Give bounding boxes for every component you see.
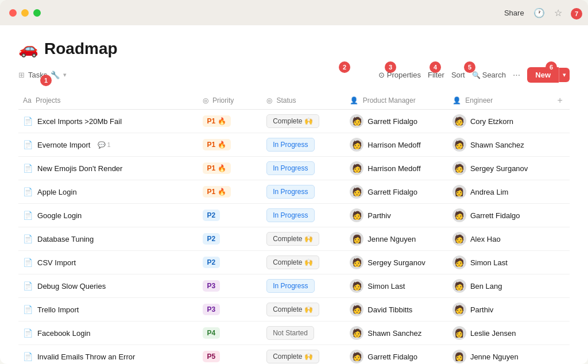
engineer-name: Simon Last <box>470 258 508 267</box>
table-container: Aa Projects ◎ Priority ◎ Status 👤 Produc… <box>18 92 570 364</box>
titlebar: Share 🕐 ☆ ··· <box>0 0 588 25</box>
col-header-add[interactable]: + <box>550 92 570 110</box>
cell-engineer: 🧑 Simon Last <box>448 251 551 274</box>
table-row[interactable]: 📄 Invalid Emails Throw an Error P5 Compl… <box>18 345 570 365</box>
cell-engineer: 👩 Andrea Lim <box>448 180 551 204</box>
cell-add <box>550 298 570 322</box>
chevron-down-icon[interactable]: ▾ <box>63 71 67 79</box>
status-badge: Complete 🙌 <box>266 255 319 269</box>
doc-icon: 📄 <box>23 187 33 196</box>
sort-button[interactable]: Sort <box>451 71 465 79</box>
table-row[interactable]: 📄 Google Login P2 In Progress 🧑 Parthiv … <box>18 204 570 227</box>
cell-engineer: 🧑 Shawn Sanchez <box>448 133 551 157</box>
cell-engineer: 🧑 Parthiv <box>448 298 551 322</box>
table-row[interactable]: 📄 CSV Import P2 Complete 🙌 🧑 Sergey Surg… <box>18 251 570 274</box>
history-icon[interactable]: 🕐 <box>533 7 545 18</box>
pm-name: Jenne Nguyen <box>368 235 416 243</box>
share-button[interactable]: Share <box>504 9 524 17</box>
table-row[interactable]: 📄 Excel Imports >20Mb Fail P1 🔥 Complete… <box>18 110 570 133</box>
page-title: 🚗 Roadmap <box>18 39 118 58</box>
cell-add <box>550 133 570 157</box>
table-row[interactable]: 📄 Debug Slow Queries P3 In Progress 🧑 Si… <box>18 274 570 298</box>
minimize-button[interactable] <box>21 9 29 17</box>
cell-status: Not Started <box>262 322 345 345</box>
engineer-name: Parthiv <box>470 305 493 314</box>
col-pm-icon: 👤 <box>350 96 358 104</box>
cell-project: 📄 New Emojis Don't Render <box>18 157 198 180</box>
properties-button[interactable]: ⊙ Properties <box>378 71 421 79</box>
avatar: 🧑 <box>350 208 363 222</box>
cell-add <box>550 180 570 204</box>
engineer-name: Leslie Jensen <box>470 329 516 338</box>
cell-status: Complete 🙌 <box>262 298 345 322</box>
doc-icon: 📄 <box>23 281 33 291</box>
cell-priority: P1 🔥 <box>198 157 262 180</box>
maximize-button[interactable] <box>33 9 41 17</box>
cell-project: 📄 Invalid Emails Throw an Error <box>18 345 198 365</box>
priority-badge: P2 <box>203 210 220 221</box>
cell-status: Complete 🙌 <box>262 251 345 274</box>
doc-icon: 📄 <box>23 140 33 149</box>
priority-badge: P1 🔥 <box>203 115 231 127</box>
pm-name: Shawn Sanchez <box>368 329 421 338</box>
avatar: 🧑 <box>452 232 466 246</box>
engineer-name: Andrea Lim <box>470 188 508 196</box>
search-area[interactable]: 🔍 Search <box>472 71 506 79</box>
col-header-engineer: 👤 Engineer <box>448 92 551 110</box>
cell-project: 📄 Trello Import <box>18 298 198 322</box>
cell-priority: P2 <box>198 204 262 227</box>
cell-priority: P4 <box>198 322 262 345</box>
table-row[interactable]: 📄 New Emojis Don't Render P1 🔥 In Progre… <box>18 157 570 180</box>
cell-status: In Progress <box>262 133 345 157</box>
pm-name: David Tibbitts <box>368 305 412 314</box>
col-engineer-label: Engineer <box>465 96 493 104</box>
status-badge: Complete 🙌 <box>266 350 319 363</box>
cell-engineer: 👩 Leslie Jensen <box>448 322 551 345</box>
table-row[interactable]: 📄 Database Tuning P2 Complete 🙌 👩 Jenne … <box>18 227 570 251</box>
cell-pm: 🧑 Shawn Sanchez <box>345 322 448 345</box>
avatar: 🧑 <box>350 114 363 128</box>
status-badge: In Progress <box>266 279 314 293</box>
pm-name: Harrison Medoff <box>368 164 420 173</box>
col-header-pm: 👤 Product Manager <box>345 92 448 110</box>
wrench-icon[interactable]: 🔧 <box>51 71 60 79</box>
cell-add <box>550 322 570 345</box>
doc-icon: 📄 <box>23 352 33 361</box>
cell-add <box>550 251 570 274</box>
table-row[interactable]: 📄 Facebook Login P4 Not Started 🧑 Shawn … <box>18 322 570 345</box>
cell-status: Complete 🙌 <box>262 345 345 365</box>
badge-1: 1 <box>40 75 52 86</box>
cell-pm: 🧑 David Tibbitts <box>345 298 448 322</box>
col-engineer-icon: 👤 <box>452 96 461 104</box>
new-button-caret[interactable]: ▾ <box>559 68 570 82</box>
priority-badge: P1 🔥 <box>203 162 231 174</box>
toolbar: ⊞ Tasks 🔧 ▾ ⊙ Properties Filter Sort 🔍 S… <box>18 67 570 87</box>
cell-pm: 🧑 Garrett Fidalgo <box>345 110 448 133</box>
avatar: 🧑 <box>350 350 363 363</box>
pm-name: Sergey Surganov <box>368 258 425 267</box>
cell-add <box>550 227 570 251</box>
status-badge: In Progress <box>266 185 314 199</box>
search-label: Search <box>482 71 506 79</box>
avatar: 🧑 <box>452 279 466 293</box>
status-badge: Complete 🙌 <box>266 303 319 316</box>
cell-status: Complete 🙌 <box>262 227 345 251</box>
cell-project: 📄 CSV Import <box>18 251 198 274</box>
priority-badge: P3 <box>203 280 220 292</box>
table-row[interactable]: 📄 Evernote Import 💬 1 P1 🔥 In Progress 🧑… <box>18 133 570 157</box>
project-name: Google Login <box>37 211 82 220</box>
avatar: 🧑 <box>452 208 466 222</box>
table-more-icon[interactable]: ··· <box>513 70 520 80</box>
star-icon[interactable]: ☆ <box>554 7 562 18</box>
priority-badge: P3 <box>203 304 220 315</box>
priority-badge: P1 🔥 <box>203 186 231 198</box>
comment-badge: 💬 1 <box>98 141 111 149</box>
priority-badge: P2 <box>203 257 220 268</box>
table-row[interactable]: 📄 Trello Import P3 Complete 🙌 🧑 David Ti… <box>18 298 570 322</box>
col-header-priority: ◎ Priority <box>198 92 262 110</box>
table-row[interactable]: 📄 Apple Login P1 🔥 In Progress 🧑 Garrett… <box>18 180 570 204</box>
badge-7: 7 <box>571 8 582 20</box>
cell-add <box>550 110 570 133</box>
doc-icon: 📄 <box>23 164 33 173</box>
close-button[interactable] <box>9 9 17 17</box>
